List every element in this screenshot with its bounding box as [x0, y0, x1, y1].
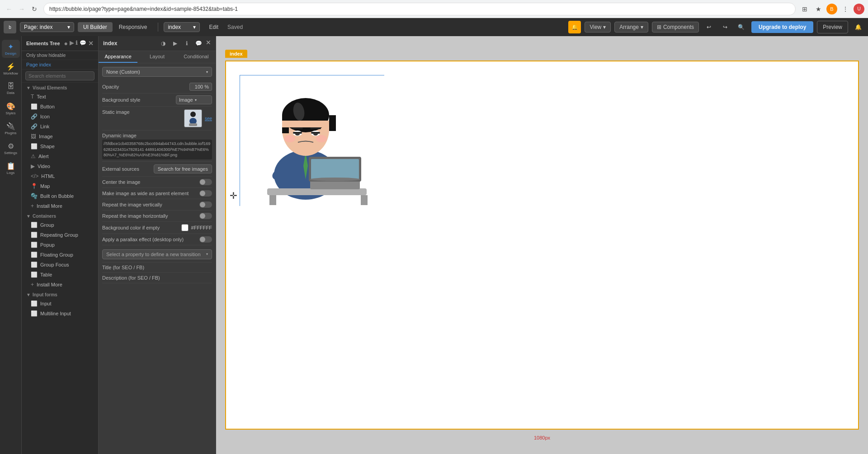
- view-btn[interactable]: View ▾: [585, 22, 611, 33]
- element-repeatinggroup[interactable]: ⬜ Repeating Group: [22, 230, 98, 240]
- elements-panel-close[interactable]: ✕: [88, 40, 94, 47]
- move-cursor-icon[interactable]: ✛: [230, 190, 237, 201]
- bg-color-swatch[interactable]: [181, 224, 189, 231]
- search-elements-input[interactable]: [25, 71, 94, 80]
- prop-panel-play-icon[interactable]: ▶: [170, 39, 179, 48]
- back-button[interactable]: ←: [4, 4, 14, 14]
- element-table[interactable]: ⬜ Table: [22, 270, 98, 280]
- see-button[interactable]: see: [205, 116, 212, 121]
- undo-btn[interactable]: ↩: [703, 21, 715, 33]
- upgrade-button[interactable]: Upgrade to deploy: [751, 21, 813, 33]
- input-forms-section[interactable]: ▼ Input forms: [22, 290, 98, 299]
- thumbnail-svg: [184, 110, 202, 127]
- transition-dropdown[interactable]: Select a property to define a new transi…: [102, 249, 212, 259]
- sidebar-item-logs[interactable]: 📋 Logs: [2, 159, 20, 177]
- canvas-content[interactable]: 767px: [225, 61, 859, 430]
- forward-button[interactable]: →: [16, 4, 27, 14]
- edit-btn[interactable]: Edit: [203, 22, 224, 32]
- bell-icon-btn[interactable]: 🔔: [568, 21, 581, 33]
- show-hideable[interactable]: Only show hideable: [22, 51, 98, 60]
- index-selector[interactable]: index ▾: [164, 22, 200, 32]
- repeat-vertical-toggle[interactable]: [199, 201, 212, 208]
- url-text: https://bubble.io/page?type=page&name=in…: [49, 6, 790, 12]
- sidebar-item-data[interactable]: 🗄 Data: [2, 80, 20, 98]
- prop-panel-close-btn[interactable]: ✕: [206, 39, 211, 48]
- page-index-label[interactable]: Page index: [22, 60, 98, 70]
- workflow-label: Workflow: [3, 72, 18, 75]
- element-image[interactable]: 🖼 Image: [22, 131, 98, 141]
- element-installmore[interactable]: + Install More: [22, 201, 98, 211]
- element-groupfocus[interactable]: ⬜ Group Focus: [22, 260, 98, 270]
- prop-panel-info-icon[interactable]: ℹ: [182, 39, 191, 48]
- element-html[interactable]: </> HTML: [22, 171, 98, 181]
- elements-panel-chat[interactable]: 💬: [80, 40, 86, 47]
- address-bar[interactable]: https://bubble.io/page?type=page&name=in…: [43, 3, 796, 15]
- sidebar-item-design[interactable]: ✦ Design: [2, 40, 20, 58]
- repeat-horizontal-label: Repeat the image horizontally: [102, 213, 168, 219]
- user-avatar[interactable]: U: [854, 4, 864, 14]
- extensions-icon[interactable]: ⊞: [799, 4, 810, 14]
- refresh-button[interactable]: ↻: [29, 4, 40, 14]
- element-group[interactable]: ⬜ Group: [22, 220, 98, 230]
- sidebar-item-workflow[interactable]: ⚡ Workflow: [2, 60, 20, 78]
- elements-panel-play[interactable]: ▶: [70, 40, 74, 47]
- element-multiline[interactable]: ⬜ Multiline Input: [22, 309, 98, 318]
- element-floatinggroup[interactable]: ⬜ Floating Group: [22, 250, 98, 260]
- bookmark-icon[interactable]: ★: [813, 4, 824, 14]
- alert-icon: ⚠: [31, 153, 36, 159]
- element-text[interactable]: T Text: [22, 92, 98, 102]
- element-popup[interactable]: ⬜ Popup: [22, 240, 98, 250]
- element-table-label: Table: [40, 272, 52, 277]
- prop-panel-moon-icon[interactable]: ◑: [159, 39, 168, 48]
- style-dropdown[interactable]: None (Custom) ▾: [102, 67, 212, 77]
- page-selector[interactable]: Page: index ▾: [20, 22, 74, 32]
- element-link[interactable]: 🔗 Link: [22, 122, 98, 131]
- sidebar-item-plugins[interactable]: 🔌 Plugins: [2, 119, 20, 137]
- tab-layout[interactable]: Layout: [137, 51, 176, 63]
- element-video[interactable]: ▶ Video: [22, 161, 98, 171]
- tab-appearance[interactable]: Appearance: [99, 51, 137, 63]
- arrange-btn[interactable]: Arrange ▾: [614, 22, 648, 33]
- notification-btn[interactable]: 🔔: [852, 21, 864, 33]
- element-shape[interactable]: ⬜ Shape: [22, 141, 98, 151]
- element-input[interactable]: ⬜ Input: [22, 299, 98, 309]
- redo-btn[interactable]: ↪: [719, 21, 731, 33]
- bg-style-dropdown[interactable]: Image ▾: [176, 95, 212, 104]
- prop-panel-icons: ◑ ▶ ℹ 💬 ✕: [159, 39, 211, 48]
- containers-section[interactable]: ▼ Containers: [22, 211, 98, 220]
- search-images-button[interactable]: Search for free images: [154, 164, 212, 173]
- elements-panel-info[interactable]: ℹ: [75, 40, 78, 47]
- svg-point-32: [310, 178, 360, 181]
- element-map[interactable]: 📍 Map: [22, 181, 98, 191]
- menu-icon[interactable]: ⋮: [840, 4, 851, 14]
- video-icon: ▶: [31, 163, 35, 169]
- search-btn[interactable]: 🔍: [735, 21, 748, 33]
- components-btn[interactable]: ⊞ Components: [652, 22, 699, 33]
- element-installmore2[interactable]: + Install More: [22, 280, 98, 290]
- tab-conditional[interactable]: Conditional: [177, 51, 216, 63]
- ui-builder-tab[interactable]: UI Builder: [78, 22, 113, 32]
- element-builtonbubble[interactable]: 🫧 Built on Bubble: [22, 191, 98, 201]
- parallax-toggle[interactable]: [199, 236, 212, 243]
- description-seo-row: Description (for SEO / FB): [102, 273, 212, 283]
- opacity-value: 100 %: [189, 83, 212, 91]
- repeat-horizontal-toggle[interactable]: [199, 213, 212, 219]
- input-icon: ⬜: [31, 300, 38, 307]
- element-installmore2-label: Install More: [37, 282, 62, 287]
- element-icon[interactable]: 🔗 Icon: [22, 112, 98, 122]
- center-image-toggle[interactable]: [199, 179, 212, 185]
- responsive-tab[interactable]: Responsive: [113, 22, 153, 32]
- element-button[interactable]: ⬜ Button: [22, 102, 98, 112]
- element-alert[interactable]: ⚠ Alert: [22, 151, 98, 161]
- sidebar-item-settings[interactable]: ⚙ Settings: [2, 139, 20, 157]
- elements-panel: Elements Tree ● ▶ ℹ 💬 ✕ Only show hideab…: [22, 36, 99, 454]
- dynamic-image-url[interactable]: //5fdbce1cb40358768c2bcc694ab44743.cdn.b…: [102, 140, 212, 159]
- prop-panel-chat-icon[interactable]: 💬: [194, 39, 203, 48]
- make-wide-toggle[interactable]: [199, 190, 212, 197]
- data-icon: 🗄: [7, 82, 14, 90]
- preview-button[interactable]: Preview: [817, 21, 848, 33]
- selected-image-element[interactable]: [240, 75, 384, 206]
- visual-elements-section[interactable]: ▼ Visual Elements: [22, 83, 98, 92]
- bubble-icon[interactable]: B: [826, 4, 837, 14]
- sidebar-item-styles[interactable]: 🎨 Styles: [2, 99, 20, 117]
